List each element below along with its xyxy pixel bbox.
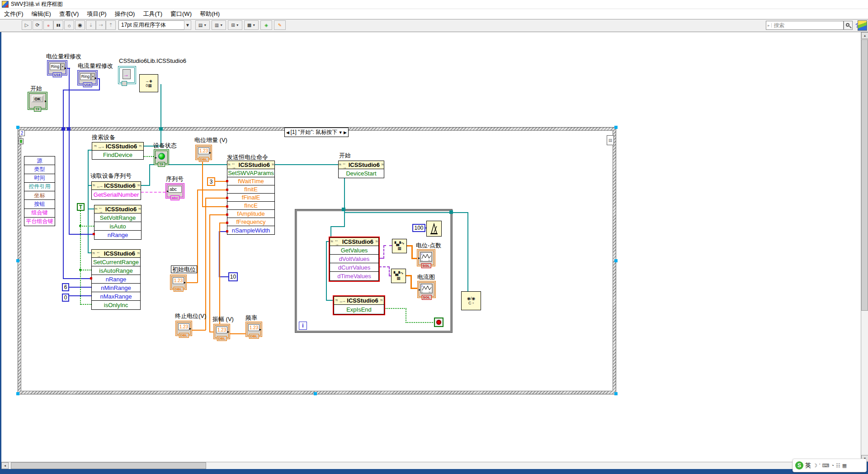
final-potential-terminal[interactable]: 1.23 DBL ▸	[175, 321, 192, 336]
event-data-item: 源	[24, 156, 55, 165]
start-button-terminal[interactable]: OK TF ▸	[28, 92, 47, 110]
selection-handle[interactable]	[314, 392, 317, 395]
wait-until-next-ms-multiple-node[interactable]	[426, 221, 442, 237]
loop-iteration-terminal[interactable]: i	[299, 322, 307, 330]
wire-dbl	[197, 190, 198, 283]
invoke-node-set-volt-range[interactable]: ?!‥→ICSStudio6?! SetVoltRange isAuto nRa…	[94, 205, 142, 240]
ime-toolbar[interactable]: S 英 ☽ ’ ⌨ ◔ ☷ ▦	[793, 459, 867, 472]
serial-string-terminal[interactable]: abc abc ▸	[165, 183, 184, 199]
variant-to-array-node[interactable]: ▚▞↷ ▦	[392, 239, 407, 253]
pause-button[interactable]: ▮▮	[53, 20, 63, 30]
menu-operate[interactable]: 操作(O)	[111, 9, 139, 19]
retain-wire-values-button[interactable]: ◉	[75, 20, 85, 30]
amplitude-terminal[interactable]: 1.23 DBL ▸	[213, 324, 230, 339]
ime-logo-icon[interactable]: S	[795, 461, 803, 469]
selection-handle[interactable]	[16, 392, 19, 395]
type-tag: SGL	[421, 295, 431, 300]
curr-graph-terminal[interactable]: 2 0 10 SGL ▸	[417, 281, 436, 298]
invoke-node-device-start[interactable]: ?!‥→ICSStudio6?! DeviceStart	[338, 161, 384, 178]
menu-tools[interactable]: 工具(T)	[139, 9, 166, 19]
loop-stop-terminal[interactable]	[434, 318, 443, 327]
frequency-terminal[interactable]: 1.23 DBL ▸	[245, 322, 262, 337]
case-dropdown-icon[interactable]: ▼	[339, 130, 343, 135]
pot-increment-terminal[interactable]: 1.23 DBL ▸	[195, 145, 212, 160]
close-ref-icon-bottom: C ▫	[468, 301, 474, 305]
wire-refnum	[326, 300, 334, 301]
numeric-constant-3[interactable]: 3	[207, 177, 215, 186]
search-button[interactable]	[844, 21, 853, 30]
menu-window[interactable]: 窗口(W)	[166, 9, 196, 19]
type-tag: abc	[170, 195, 179, 200]
wire-array	[410, 275, 412, 289]
invoke-node-set-current-range[interactable]: ?!‥→ICSStudio6?! SetCurrentRange isAutoR…	[91, 249, 141, 310]
ime-skin-icon[interactable]: ◔	[831, 463, 834, 468]
numeric-constant-6[interactable]: 6	[62, 283, 69, 291]
horizontal-scroll-thumb[interactable]	[11, 462, 206, 469]
menu-project[interactable]: 项目(P)	[83, 9, 110, 19]
next-case-arrow-icon[interactable]: ▶	[344, 130, 347, 135]
vertical-scroll-thumb[interactable]	[861, 39, 868, 311]
ime-mode-indicator[interactable]: 英	[805, 461, 811, 469]
menu-view[interactable]: 查看(V)	[55, 9, 83, 19]
ime-keyboard-icon[interactable]: ⌨	[822, 463, 829, 469]
selection-handle[interactable]	[614, 392, 618, 395]
horizontal-scrollbar[interactable]: ◂ ▸	[1, 462, 861, 469]
ime-punctuation-icon[interactable]: ’	[819, 463, 820, 468]
true-constant[interactable]: T	[77, 203, 85, 211]
close-reference-node[interactable]: ◉/◉ C ▫	[461, 291, 481, 310]
invoke-node-get-values[interactable]: ?!‥→ICSStudio6?! GetValues dVoltValues d…	[330, 237, 379, 281]
curr-range-ring-terminal[interactable]: Ring ▼ U16 ▸	[77, 70, 98, 85]
step-out-button[interactable]: ⇡	[106, 20, 116, 30]
ime-toolbox-icon[interactable]: ▦	[842, 463, 847, 469]
highlight-execution-button[interactable]: ☼	[64, 20, 74, 30]
reorder-objects-button[interactable]: ▩▼	[244, 20, 259, 30]
terminal-out-arrow: ▸	[95, 76, 97, 80]
menu-file[interactable]: 文件(F)	[0, 9, 28, 19]
selection-handle[interactable]	[614, 126, 618, 129]
run-continuously-button[interactable]: ⟳	[33, 20, 42, 30]
invoke-node-set-swva-params[interactable]: ?!‥→ICSStudio6?! SetSWVAParams fWaitTime…	[227, 161, 275, 235]
step-over-button[interactable]: ⇢	[96, 20, 106, 30]
selection-handle[interactable]	[614, 259, 618, 262]
event-structure-selector[interactable]: ◀ [1] "开始": 鼠标按下 ▼ ▶	[284, 128, 349, 137]
distribute-objects-button[interactable]: ▥▼	[212, 20, 226, 30]
event-data-node[interactable]: 源 类型 时间 控件引用 坐标 按钮 组合键 平台组合键	[24, 156, 55, 226]
numeric-constant-0[interactable]: 0	[62, 294, 69, 302]
vertical-scrollbar[interactable]: ▴ ▾	[861, 32, 868, 462]
wire-int	[63, 278, 91, 279]
font-selector-dropdown-icon[interactable]: ▼	[184, 20, 191, 30]
device-status-led-terminal[interactable]: TF ▸	[154, 149, 169, 165]
volt-range-ring-terminal[interactable]: Ring ▼ U16 ▸	[47, 60, 67, 76]
numeric-constant-10[interactable]: 10	[228, 272, 238, 281]
dotnet-class-constant[interactable]: →	[118, 66, 136, 84]
coercion-dot	[93, 233, 95, 235]
resize-objects-button[interactable]: ⊞▼	[228, 20, 242, 30]
selection-handle[interactable]	[16, 259, 19, 262]
invoke-node-get-serial-number[interactable]: ?!‥→ICSStudio6?! GetSerialNumber	[91, 181, 141, 200]
step-into-button[interactable]: ⇣	[86, 20, 96, 30]
clean-up-diagram-button[interactable]: ✎	[274, 20, 286, 30]
scroll-up-arrow[interactable]: ▴	[861, 32, 868, 39]
invoke-node-find-device[interactable]: ?!‥→ICSStudio6?! FindDevice	[92, 142, 144, 160]
scroll-left-arrow[interactable]: ◂	[1, 462, 9, 469]
selection-handle[interactable]	[16, 126, 19, 129]
constructor-node[interactable]: →◈ 0▦	[139, 74, 158, 92]
wire-dotnet-object	[383, 245, 392, 246]
abort-button[interactable]: ●	[43, 20, 53, 30]
search-input[interactable]: ▸ 搜索	[766, 21, 844, 30]
font-selector[interactable]: 17pt 应用程序字体	[118, 20, 184, 30]
align-objects-button[interactable]: ▤▼	[195, 20, 210, 30]
numeric-constant-100[interactable]: 100	[412, 224, 425, 232]
invoke-node-exp-is-end[interactable]: ?!‥→ICSStudio6?! ExpIsEnd	[334, 296, 384, 314]
init-potential-terminal[interactable]: 1.23 DBL ▸	[170, 275, 187, 290]
ime-account-icon[interactable]: ☷	[836, 463, 840, 469]
menu-help[interactable]: 帮助(H)	[196, 9, 224, 19]
volt-graph-terminal[interactable]: 2 0 10 SGL ▸	[417, 249, 435, 266]
prev-case-arrow-icon[interactable]: ◀	[286, 130, 289, 135]
run-button[interactable]: ▷	[22, 20, 32, 30]
ime-moon-icon[interactable]: ☽	[813, 463, 817, 469]
menu-edit[interactable]: 编辑(E)	[28, 9, 55, 19]
sort-button[interactable]: ◈	[260, 20, 272, 30]
variant-to-array-node[interactable]: ▚▞↷ ▦	[391, 269, 406, 283]
coercion-dot	[226, 230, 228, 232]
